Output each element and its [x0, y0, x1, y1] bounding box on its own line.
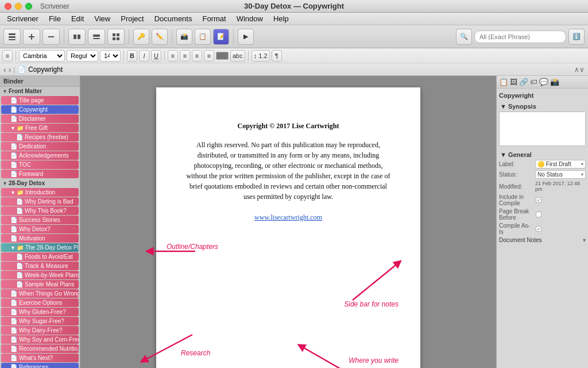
binder-item-introduction[interactable]: ▼ 📁 Introduction	[1, 188, 79, 197]
align-right-btn[interactable]: ≡	[192, 50, 202, 62]
minimize-button[interactable]	[15, 3, 22, 10]
page-break-checkbox[interactable]	[536, 212, 541, 217]
spacing-btn[interactable]: ↕ 1.2	[252, 50, 270, 62]
nav-back-btn[interactable]: ‹	[3, 65, 6, 74]
binder-item-motivation[interactable]: 📄 Motivation	[1, 234, 79, 243]
28plan-label: The 28-Day Detox Plan	[25, 244, 79, 251]
binder-item-week-plans[interactable]: 📄 Week-by-Week Plans	[1, 271, 79, 279]
binder-item-nutritio[interactable]: 📄 Recommended Nutritio...	[1, 344, 79, 353]
binder-item-title-page[interactable]: 📄 Title page	[1, 96, 79, 105]
underline-btn[interactable]: U	[151, 50, 161, 62]
toolbar-add-btn[interactable]	[23, 29, 40, 45]
align-center-btn[interactable]: ≡	[180, 50, 190, 62]
binder-item-foods[interactable]: 📄 Foods to Avoid/Eat	[1, 252, 79, 261]
toolbar-key-btn[interactable]: 🔑	[133, 29, 149, 45]
menu-window[interactable]: Window	[232, 13, 268, 24]
menu-project[interactable]: Project	[116, 13, 148, 24]
label-value[interactable]: 🟡 First Draft ▾	[535, 160, 586, 168]
toolbar-delete-btn[interactable]	[42, 29, 60, 45]
compile-checkbox[interactable]: ✓	[536, 197, 541, 203]
menu-help[interactable]: Help	[269, 13, 293, 24]
binder-item-why-book[interactable]: 📄 Why This Book?	[1, 206, 79, 215]
dieting-label: Why Dieting is Bad	[25, 198, 73, 205]
toolbar-info-btn[interactable]: ℹ️	[568, 29, 585, 45]
collapse-front-matter-icon[interactable]: ▼	[2, 89, 7, 94]
toolbar-format-btn[interactable]: ▶	[238, 29, 254, 45]
bold-btn[interactable]: B	[127, 50, 137, 62]
binder-item-free-gift[interactable]: ▼ 📁 Free Gift	[1, 124, 79, 132]
track-icon: 📄	[16, 263, 23, 269]
style-select[interactable]: Regular	[67, 50, 98, 62]
toolbar-edit-btn[interactable]: ✏️	[152, 29, 168, 45]
toolbar-view3-btn[interactable]	[107, 29, 125, 45]
color-btn[interactable]	[216, 52, 229, 60]
menu-bar: Scrivener File Edit View Project Documen…	[0, 13, 588, 25]
para-btn[interactable]: ¶	[272, 50, 282, 62]
italic-btn[interactable]: I	[139, 50, 149, 62]
binder-item-foreword[interactable]: 📄 Foreward	[1, 170, 79, 178]
free-gift-collapse-icon[interactable]: ▼	[10, 125, 16, 131]
binder-item-success[interactable]: 📄 Success Stories	[1, 216, 79, 224]
search-input[interactable]	[474, 30, 566, 43]
binder-item-meal-plans[interactable]: 📄 Sample Meal Plans	[1, 280, 79, 289]
binder-item-gluten[interactable]: 📄 Why Gluten-Free?	[1, 308, 79, 316]
menu-edit[interactable]: Edit	[67, 13, 88, 24]
inspector-link-icon[interactable]: 🔗	[519, 78, 528, 86]
toolbar-cork-btn[interactable]: 📋	[195, 29, 211, 45]
size-select[interactable]: 14	[100, 50, 121, 62]
nav-forward-btn[interactable]: ›	[9, 65, 11, 74]
close-button[interactable]	[5, 3, 11, 10]
align-justify-btn[interactable]: ≡	[204, 50, 214, 62]
binder-item-dairy[interactable]: 📄 Why Dairy-Free?	[1, 326, 79, 335]
binder-item-references[interactable]: 📄 References	[1, 363, 79, 368]
menu-scrivener[interactable]: Scrivener	[2, 13, 43, 24]
binder-item-dieting[interactable]: 📄 Why Dieting is Bad	[1, 197, 79, 206]
doc-notes-label: Document Notes	[499, 237, 541, 243]
toolbar-view2-btn[interactable]	[88, 29, 105, 45]
binder-item-acknowledgements[interactable]: 📄 Acknowledgements	[1, 151, 79, 160]
binder-item-toc[interactable]: 📄 TOC	[1, 160, 79, 169]
menu-documents[interactable]: Documents	[150, 13, 197, 24]
recipes-label: Recipes (freebie)	[25, 134, 68, 140]
inspector-snap-icon[interactable]: 📸	[550, 78, 559, 86]
binder-item-recipes[interactable]: 📄 Recipes (freebie)	[1, 133, 79, 141]
font-select[interactable]: Cambria	[19, 50, 65, 62]
binder-item-sugar[interactable]: 📄 Why Sugar-Free?	[1, 317, 79, 325]
collapse-28day-icon[interactable]: ▼	[2, 181, 7, 186]
binder-section-28day[interactable]: ▼ 28-Day Detox	[0, 179, 80, 187]
align-left-btn[interactable]: ≡	[168, 50, 178, 62]
menu-view[interactable]: View	[90, 13, 115, 24]
binder-item-wrong[interactable]: 📄 When Things Go Wrong	[1, 289, 79, 298]
binder-item-exercise[interactable]: 📄 Exercise Options	[1, 298, 79, 307]
inspector-comment-icon[interactable]: 💬	[539, 78, 548, 86]
binder-item-whats-next[interactable]: 📄 What's Next?	[1, 354, 79, 362]
status-value[interactable]: No Status ▾	[535, 170, 586, 179]
toolbar-binder-btn[interactable]	[3, 29, 21, 45]
toolbar-text-btn[interactable]: 📝	[213, 29, 229, 45]
inspector-tag-icon[interactable]: 🏷	[530, 78, 537, 86]
binder-item-why-detox[interactable]: 📄 Why Detox?	[1, 225, 79, 233]
28plan-collapse-icon[interactable]: ▼	[10, 245, 16, 251]
binder-item-disclaimer[interactable]: 📄 Disclaimer	[1, 114, 79, 123]
page-link[interactable]: www.lisecartwright.com	[185, 213, 392, 222]
toolbar-view1-btn[interactable]	[68, 29, 86, 45]
binder-item-28plan[interactable]: ▼ 📁 The 28-Day Detox Plan	[1, 243, 79, 252]
binder-section-front-matter[interactable]: ▼ Front Matter	[0, 87, 80, 95]
toolbar-search-btn[interactable]: 🔍	[456, 29, 472, 45]
compile-asis-checkbox[interactable]: ✓	[536, 226, 541, 232]
highlight-btn[interactable]: abc	[230, 50, 245, 62]
synopsis-box[interactable]	[499, 112, 586, 146]
menu-format[interactable]: Format	[198, 13, 230, 24]
format-list-btn[interactable]: ≡	[2, 50, 13, 62]
fullscreen-button[interactable]	[25, 3, 32, 10]
binder-item-track[interactable]: 📄 Track & Measure	[1, 262, 79, 270]
intro-collapse-icon[interactable]: ▼	[10, 190, 16, 195]
menu-file[interactable]: File	[44, 13, 65, 24]
inspector-notes-icon[interactable]: 📋	[499, 78, 508, 86]
inspector-img-icon[interactable]: 🖼	[510, 78, 517, 86]
toolbar-snap-btn[interactable]: 📸	[176, 29, 192, 45]
binder-item-copyright[interactable]: 📄 Copywright	[1, 105, 79, 114]
binder-item-soy[interactable]: 📄 Why Soy and Corn-Free?	[1, 335, 79, 344]
editor-area[interactable]: Copyright © 2017 Lise Cartwright All rig…	[80, 76, 496, 368]
binder-item-dedication[interactable]: 📄 Dedication	[1, 142, 79, 151]
